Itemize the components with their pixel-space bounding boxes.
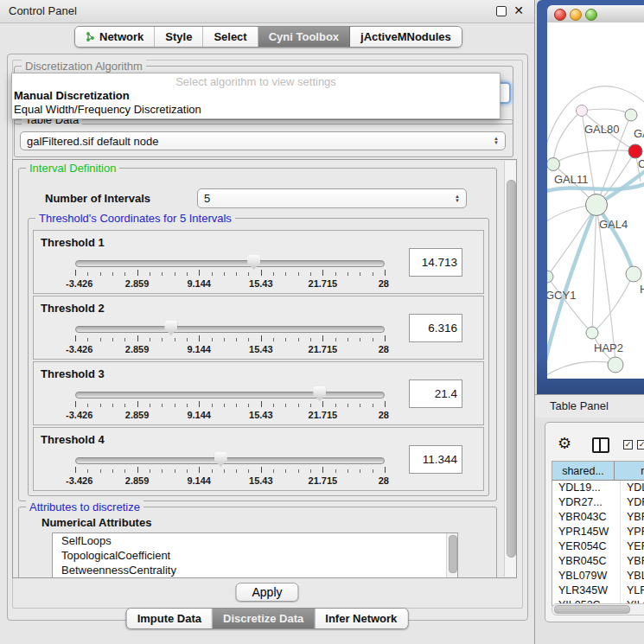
zoom-traffic-light[interactable]	[585, 9, 597, 21]
network-edge[interactable]	[592, 274, 634, 333]
table-row[interactable]: YER054CYER0	[552, 539, 644, 554]
slider-track[interactable]	[75, 392, 385, 399]
network-node[interactable]	[628, 144, 642, 158]
network-node[interactable]	[626, 266, 641, 282]
network-node[interactable]	[586, 194, 608, 216]
table-cell: YBL0	[621, 569, 644, 583]
tab-label: Impute Data	[137, 612, 201, 625]
network-edge[interactable]	[553, 150, 635, 164]
slider-thumb-icon[interactable]	[214, 452, 227, 467]
slider-track[interactable]	[75, 326, 385, 333]
close-icon[interactable]: ✕	[513, 3, 524, 17]
table-row[interactable]: YBL079WYBL0	[552, 569, 644, 583]
slider-track[interactable]	[75, 260, 385, 267]
node-label: HAP2	[594, 341, 623, 354]
threshold-row: Threshold 3-3.4262.8599.14415.4321.71528…	[33, 361, 484, 425]
tab-label: Cyni Toolbox	[269, 30, 339, 43]
close-traffic-light[interactable]	[554, 9, 566, 21]
network-edge[interactable]	[582, 109, 631, 115]
table-cell: YLR345W	[552, 583, 621, 598]
list-item[interactable]: TopologicalCoefficient	[53, 548, 457, 563]
tab-discretize-data[interactable]: Discretize Data	[213, 609, 315, 628]
network-canvas[interactable]: GAL80GACGAL11GAL4GCY1HHAP2	[547, 22, 644, 379]
table-cell: YDL19...	[552, 481, 621, 495]
threshold-value-field[interactable]: 14.713	[409, 248, 462, 277]
slider-thumb-icon[interactable]	[313, 386, 326, 401]
minimize-traffic-light[interactable]	[570, 9, 582, 21]
network-node[interactable]	[625, 109, 637, 121]
slider-axis-labels: -3.4262.8599.14415.4321.71528	[75, 344, 385, 355]
table-cell: YDL1	[621, 481, 644, 495]
float-window-icon[interactable]	[496, 6, 507, 16]
table-hscrollbar[interactable]	[552, 603, 644, 615]
threshold-value-field[interactable]: 21.4	[409, 379, 462, 408]
slider-ticks	[75, 401, 385, 408]
group-title: Threshold's Coordinates for 5 Intervals	[35, 212, 235, 225]
table-cell: YPR1	[621, 525, 644, 539]
threshold-value-field[interactable]: 11.344	[409, 445, 462, 474]
settings-scroll-pane: Interval Definition Number of Intervals …	[12, 159, 517, 578]
threshold-slider[interactable]: -3.4262.8599.14415.4321.71528	[75, 450, 385, 488]
dropdown-option[interactable]: Equal Width/Frequency Discretization	[12, 103, 500, 117]
network-edge[interactable]	[592, 205, 596, 333]
network-node[interactable]	[608, 357, 623, 373]
num-intervals-combobox[interactable]: 5 ▲▼	[197, 188, 467, 208]
column-header[interactable]: shared...	[552, 462, 615, 480]
threshold-value-field[interactable]: 6.316	[409, 314, 462, 342]
checkbox-icon[interactable]: ✓	[637, 440, 644, 450]
table-row[interactable]: YBR043CYBR0	[552, 510, 644, 525]
right-region: GAL80GACGAL11GAL4GCY1HHAP2 Table Panel ⚙…	[535, 0, 644, 644]
dropdown-option[interactable]: Manual Discretization	[12, 89, 500, 103]
network-graph: GAL80GACGAL11GAL4GCY1HHAP2	[547, 22, 644, 379]
table-data-combobox[interactable]: galFiltered.sif default node ▲▼	[20, 131, 506, 150]
table-cell: YBR0	[621, 554, 644, 569]
pane-scrollbar[interactable]	[504, 161, 516, 577]
threshold-slider[interactable]: -3.4262.8599.14415.4321.71528	[75, 253, 385, 291]
gear-icon[interactable]: ⚙	[558, 434, 571, 453]
tab-jactivemnodules[interactable]: jActiveMNodules	[350, 27, 462, 47]
table-cell: YBR0	[621, 510, 644, 525]
tab-label: Select	[214, 30, 246, 43]
table-cell: YDR27...	[552, 495, 621, 510]
network-edge-highlighted[interactable]	[596, 205, 634, 274]
tab-select[interactable]: Select	[203, 27, 258, 47]
apply-button[interactable]: Apply	[235, 583, 298, 602]
network-node[interactable]	[577, 105, 588, 117]
list-item[interactable]: SelfLoops	[53, 533, 457, 548]
table-panel-title: Table Panel	[550, 399, 609, 412]
checkbox-icon[interactable]: ✓	[623, 440, 633, 450]
table-cell: YER0	[621, 539, 644, 554]
network-node[interactable]	[547, 158, 560, 171]
node-label: GAL80	[584, 123, 619, 136]
table-row[interactable]: YDL19...YDL1	[552, 481, 644, 495]
tab-network[interactable]: Network	[75, 27, 155, 47]
threshold-slider[interactable]: -3.4262.8599.14415.4321.71528	[75, 319, 385, 357]
column-header[interactable]: n...	[615, 462, 644, 480]
slider-track[interactable]	[75, 457, 385, 464]
threshold-slider[interactable]: -3.4262.8599.14415.4321.71528	[75, 385, 385, 423]
tab-label: Style	[165, 30, 192, 43]
table-row[interactable]: YBR045CYBR0	[552, 554, 644, 569]
columns-icon[interactable]	[592, 437, 609, 453]
tab-cyni-toolbox[interactable]: Cyni Toolbox	[258, 27, 350, 47]
slider-thumb-icon[interactable]	[247, 255, 260, 270]
stepper-icon: ▲▼	[455, 194, 460, 203]
tab-impute-data[interactable]: Impute Data	[127, 609, 213, 628]
table-row[interactable]: YPR145WYPR1	[552, 525, 644, 539]
attributes-list[interactable]: SelfLoopsTopologicalCoefficientBetweenne…	[52, 532, 458, 578]
table-row[interactable]: YLR345WYLR3	[552, 583, 644, 598]
slider-axis-labels: -3.4262.8599.14415.4321.71528	[75, 410, 385, 421]
network-window-titlebar[interactable]	[547, 5, 644, 23]
list-item[interactable]: BetweennessCentrality	[53, 563, 457, 577]
network-edge[interactable]	[547, 361, 615, 377]
table-cell: YPR145W	[552, 525, 621, 539]
table-row[interactable]: YDR27...YDR2	[552, 495, 644, 510]
slider-thumb-icon[interactable]	[164, 321, 177, 335]
tab-infer-network[interactable]: Infer Network	[315, 609, 407, 628]
network-node[interactable]	[547, 271, 553, 283]
table-cell: YLR3	[621, 583, 644, 598]
tab-style[interactable]: Style	[155, 27, 203, 47]
list-scrollbar[interactable]	[446, 533, 457, 578]
node-table[interactable]: shared...n... YDL19...YDL1YDR27...YDR2YB…	[552, 461, 644, 606]
network-node[interactable]	[586, 327, 598, 339]
